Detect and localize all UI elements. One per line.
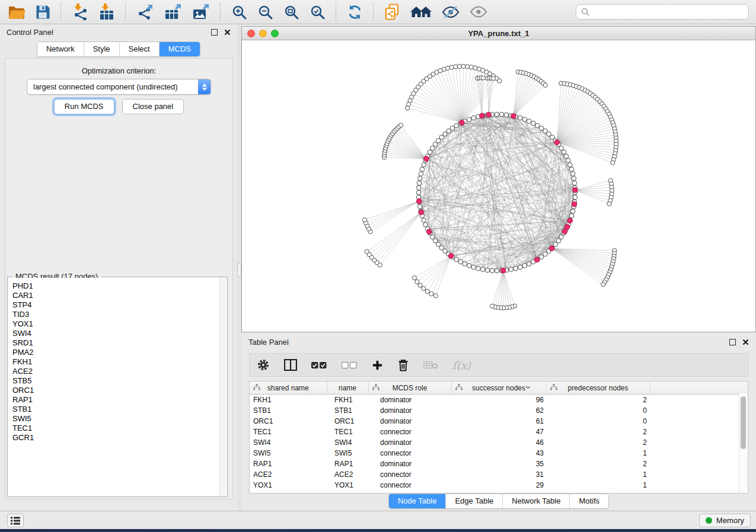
zoom-out-icon[interactable] bbox=[256, 2, 275, 22]
first-neighbors-icon[interactable] bbox=[409, 2, 433, 22]
task-history-button[interactable] bbox=[7, 514, 24, 527]
close-panel-icon[interactable] bbox=[742, 339, 749, 345]
table-row[interactable]: ACE2ACE2connector311 bbox=[250, 469, 748, 480]
hide-selected-icon[interactable] bbox=[440, 2, 461, 22]
select-stepper-icon bbox=[198, 79, 210, 94]
float-panel-icon[interactable] bbox=[211, 29, 218, 36]
mcds-result-item[interactable]: PHD1 bbox=[12, 281, 227, 291]
memory-status-icon bbox=[706, 517, 712, 524]
close-panel-icon[interactable] bbox=[224, 29, 231, 36]
mcds-result-item[interactable]: CAR1 bbox=[12, 291, 227, 300]
column-header-predecessor-nodes[interactable]: predecessor nodes bbox=[546, 382, 650, 395]
network-canvas[interactable] bbox=[242, 40, 754, 332]
export-network-icon[interactable] bbox=[135, 2, 156, 22]
mcds-result-item[interactable]: TID3 bbox=[12, 310, 227, 319]
table-row[interactable]: ORC1ORC1dominator610 bbox=[250, 416, 748, 427]
export-table-icon[interactable] bbox=[162, 2, 184, 22]
table-options-icon[interactable] bbox=[257, 358, 270, 371]
mcds-result-item[interactable]: PMA2 bbox=[12, 348, 227, 357]
close-panel-button[interactable]: Close panel bbox=[122, 99, 184, 114]
optimization-criterion-value: largest connected component (undirected) bbox=[33, 82, 178, 91]
add-column-icon[interactable] bbox=[372, 360, 383, 371]
tab-edge-table[interactable]: Edge Table bbox=[445, 494, 502, 508]
clone-network-icon[interactable] bbox=[382, 2, 402, 22]
status-bar: Memory bbox=[0, 511, 756, 529]
right-area: YPA_prune.txt_1 Table Panel bbox=[241, 24, 756, 511]
column-layout-icon[interactable] bbox=[284, 359, 297, 371]
tab-motifs[interactable]: Motifs bbox=[569, 494, 608, 508]
zoom-fit-icon[interactable] bbox=[282, 2, 301, 22]
table-scrollbar-thumb[interactable] bbox=[741, 396, 746, 449]
close-window-icon[interactable] bbox=[247, 30, 255, 37]
minimize-window-icon[interactable] bbox=[259, 30, 267, 37]
mcds-result-item[interactable]: FKH1 bbox=[12, 357, 227, 367]
zoom-in-icon[interactable] bbox=[229, 2, 249, 22]
table-scrollbar[interactable] bbox=[739, 393, 747, 492]
zoom-selected-icon[interactable] bbox=[308, 2, 327, 22]
table-panel-tabs: Node TableEdge TableNetwork TableMotifs bbox=[388, 493, 609, 509]
mcds-result-item[interactable]: STP4 bbox=[12, 300, 227, 310]
mcds-result-item[interactable]: TEC1 bbox=[12, 424, 227, 433]
search-input[interactable] bbox=[593, 7, 744, 17]
control-panel-title: Control Panel bbox=[7, 28, 53, 37]
toolbar-separator bbox=[336, 3, 337, 21]
network-window-titlebar[interactable]: YPA_prune.txt_1 bbox=[242, 27, 755, 40]
delete-table-icon[interactable] bbox=[423, 361, 438, 369]
mcds-result-item[interactable]: GCR1 bbox=[12, 433, 227, 443]
save-session-icon[interactable] bbox=[34, 2, 52, 22]
mcds-result-item[interactable]: SRD1 bbox=[12, 338, 227, 348]
mcds-result-item[interactable]: SWI5 bbox=[12, 414, 227, 424]
mcds-result-list[interactable]: PHD1CAR1STP4TID3YOX1SWI4SRD1PMA2FKH1ACE2… bbox=[8, 278, 227, 496]
select-all-icon[interactable] bbox=[311, 361, 327, 369]
column-header-mcds-role[interactable]: MCDS role bbox=[368, 382, 451, 395]
delete-column-icon[interactable] bbox=[397, 358, 409, 371]
mcds-result-item[interactable]: ORC1 bbox=[12, 386, 227, 395]
import-table-icon[interactable] bbox=[97, 2, 117, 22]
optimization-criterion-select[interactable]: largest connected component (undirected) bbox=[27, 79, 211, 95]
table-row[interactable]: TEC1TEC1connector472 bbox=[250, 427, 748, 437]
table-row[interactable]: SWI4SWI4dominator462 bbox=[250, 437, 748, 448]
tab-network[interactable]: Network bbox=[37, 42, 84, 56]
mcds-result-item[interactable]: YOX1 bbox=[12, 319, 227, 329]
mcds-result-item[interactable]: STB5 bbox=[12, 376, 227, 386]
mcds-result-item[interactable]: SWI4 bbox=[12, 329, 227, 338]
deselect-all-icon[interactable] bbox=[342, 361, 358, 369]
mcds-result-item[interactable]: STB1 bbox=[12, 405, 227, 414]
tab-network-table[interactable]: Network Table bbox=[502, 494, 569, 508]
tab-node-table[interactable]: Node Table bbox=[389, 494, 446, 508]
splitter-handle-icon[interactable] bbox=[237, 264, 241, 277]
apply-layout-icon[interactable] bbox=[345, 2, 365, 22]
maximize-window-icon[interactable] bbox=[271, 30, 279, 37]
table-row[interactable]: YOX1YOX1connector291 bbox=[250, 480, 748, 491]
tab-mcds[interactable]: MCDS bbox=[159, 42, 200, 56]
table-row[interactable]: FKH1FKH1dominator962 bbox=[250, 395, 748, 406]
float-panel-icon[interactable] bbox=[729, 339, 736, 345]
mcds-list-scrollbar[interactable] bbox=[219, 278, 227, 496]
table-row[interactable]: RAP1RAP1dominator352 bbox=[250, 459, 748, 469]
node-table: shared namenameMCDS rolesuccessor nodesp… bbox=[249, 381, 748, 493]
cytoscape-window: Control Panel NetworkStyleSelectMCDS Opt… bbox=[0, 0, 756, 529]
network-window: YPA_prune.txt_1 bbox=[241, 26, 756, 332]
tab-style[interactable]: Style bbox=[84, 42, 119, 56]
panel-splitter[interactable] bbox=[237, 24, 241, 511]
export-image-icon[interactable] bbox=[190, 2, 212, 22]
run-mcds-button[interactable]: Run MCDS bbox=[54, 99, 114, 114]
table-row[interactable]: SWI5SWI5connector431 bbox=[250, 448, 748, 459]
table-row[interactable]: STB1STB1dominator620 bbox=[250, 405, 748, 416]
column-header-successor-nodes[interactable]: successor nodes bbox=[451, 382, 546, 395]
import-network-icon[interactable] bbox=[70, 2, 90, 22]
task-list-icon bbox=[10, 516, 21, 525]
column-header-filler bbox=[650, 382, 748, 395]
column-header-shared-name[interactable]: shared name bbox=[250, 382, 327, 395]
column-header-name[interactable]: name bbox=[327, 382, 368, 395]
control-panel: Control Panel NetworkStyleSelectMCDS Opt… bbox=[0, 24, 237, 511]
mcds-result-item[interactable]: ACE2 bbox=[12, 367, 227, 376]
open-file-icon[interactable] bbox=[6, 2, 27, 22]
tab-select[interactable]: Select bbox=[119, 42, 159, 56]
mcds-result-item[interactable]: RAP1 bbox=[12, 395, 227, 405]
show-all-icon[interactable] bbox=[468, 2, 489, 22]
desktop: Control Panel NetworkStyleSelectMCDS Opt… bbox=[0, 0, 756, 532]
search-box[interactable] bbox=[576, 4, 749, 20]
function-builder-icon[interactable]: f(x) bbox=[452, 359, 471, 371]
memory-button[interactable]: Memory bbox=[699, 514, 751, 527]
